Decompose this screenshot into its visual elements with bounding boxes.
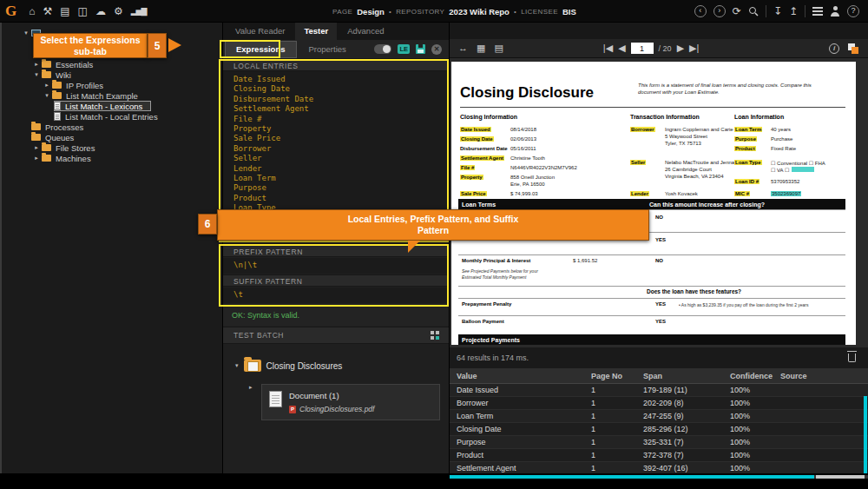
bank-icon[interactable]: ◫ (78, 6, 88, 17)
tab-expressions[interactable]: Expressions (225, 41, 297, 58)
main-tabs: Value Reader Tester Advanced (223, 23, 449, 40)
lexicon-entry[interactable]: Loan Term (233, 174, 449, 183)
tab-properties[interactable]: Properties (299, 42, 357, 57)
lexicon-entry[interactable]: Seller (233, 154, 449, 163)
horizontal-scrollbar[interactable] (450, 475, 868, 479)
close-icon[interactable]: ✕ (431, 44, 442, 55)
tree-item-essentials[interactable]: ▸ Essentials (0, 59, 222, 69)
chevron-right-icon[interactable]: ▸ (42, 82, 52, 89)
tab-advanced[interactable]: Advanced (339, 23, 392, 40)
last-page-icon[interactable]: ▶| (689, 43, 699, 53)
chevron-down-icon[interactable]: ▾ (235, 362, 239, 369)
result-row[interactable]: Product1 372-378 (7)100% (450, 449, 868, 462)
chevron-down-icon[interactable]: ▾ (42, 92, 52, 99)
chevron-down-icon[interactable]: ▾ (31, 71, 42, 78)
fit-width-icon[interactable]: ↔ (458, 43, 468, 53)
info-icon[interactable]: i (829, 43, 839, 54)
design-tools-icon[interactable]: ⚒ (43, 6, 52, 17)
lexicon-entry[interactable]: Borrower (233, 144, 449, 154)
help-icon[interactable]: ? (847, 5, 859, 17)
document-viewer[interactable]: Closing Disclosure This form is a statem… (450, 58, 868, 347)
document-page[interactable]: Closing Disclosure This form is a statem… (451, 62, 856, 345)
result-row[interactable]: Date Issued1 179-189 (11)100% (450, 384, 868, 397)
lexicon-entry[interactable]: Settlement Agent (233, 104, 449, 114)
tree-item-ip-profiles[interactable]: ▸ IP Profiles (0, 80, 222, 90)
batch-process-icon[interactable] (431, 331, 440, 340)
tab-tester[interactable]: Tester (295, 23, 337, 40)
field-value: 5370953352 (771, 179, 799, 184)
chevron-right-icon[interactable]: ▸ (31, 61, 42, 68)
result-row[interactable]: Purpose1 325-331 (7)100% (450, 436, 868, 449)
search-icon[interactable] (748, 6, 759, 17)
lexicon-entry[interactable]: Date Issued (233, 75, 449, 84)
tree-item-machines[interactable]: ▸ Machines (0, 153, 222, 163)
first-page-icon[interactable]: |◀ (603, 43, 613, 53)
chevron-right-icon[interactable]: ▸ (31, 155, 42, 162)
lexicon-entry[interactable]: Property (233, 124, 449, 134)
result-row[interactable]: Borrower1 202-209 (8)100% (450, 397, 868, 410)
batch-document-card[interactable]: Document (1) P ClosingDisclosures.pdf (261, 384, 440, 420)
batch-folder-row[interactable]: ▾ Closing Disclosures (223, 360, 449, 372)
closing-info-heading: Closing Information (460, 114, 517, 120)
home-icon[interactable]: ⌂ (29, 6, 35, 17)
library-icon[interactable]: ▤ (60, 6, 69, 17)
upload-icon[interactable]: ↥ (789, 6, 798, 17)
user-icon[interactable] (830, 6, 840, 17)
lexicon-entry[interactable]: Closing Date (233, 84, 449, 94)
col-span[interactable]: Span (636, 372, 723, 380)
vertical-scrollbar[interactable] (864, 396, 867, 473)
col-page-no[interactable]: Page No (584, 372, 636, 380)
imports-icon[interactable]: ☁ (95, 6, 106, 17)
tab-value-reader[interactable]: Value Reader (227, 23, 293, 40)
lexicon-entry[interactable]: Disbursement Date (233, 95, 449, 104)
col-source[interactable]: Source (773, 372, 868, 380)
tree-item-wiki[interactable]: ▾ Wiki (0, 69, 222, 80)
chevron-right-icon[interactable]: ▸ (31, 144, 42, 151)
toggle-switch-icon[interactable] (374, 44, 391, 54)
download-icon[interactable]: ↧ (773, 6, 782, 17)
result-row[interactable]: Settlement Agent1 392-407 (16)100% (450, 462, 868, 473)
pages-icon[interactable]: ▤ (494, 43, 503, 53)
tree-item-list-match-lexicons[interactable]: List Match - Lexicons (54, 101, 151, 111)
local-entries-badge-icon[interactable]: LE (398, 44, 410, 54)
lexicon-entry[interactable]: Purpose (233, 183, 449, 193)
table-line (458, 286, 845, 287)
chevron-right-icon[interactable]: ▸ (249, 384, 253, 391)
tree-item-processes[interactable]: Processes (0, 122, 222, 132)
tree-item-list-match-local-entries[interactable]: List Match - Local Entries (0, 111, 222, 122)
suffix-pattern-input[interactable]: \t (223, 287, 449, 303)
field-label: Date Issued (460, 127, 491, 132)
horizontal-scrollbar-thumb[interactable] (450, 475, 814, 479)
prev-page-icon[interactable]: ◀ (618, 43, 625, 53)
back-icon[interactable]: ‹ (694, 5, 707, 17)
stats-chart-icon[interactable]: ▂▅▇ (131, 6, 147, 17)
lexicon-entry[interactable]: Product (233, 194, 449, 203)
field-value: N6446VR4022V3N2M7V962 (510, 165, 577, 170)
thumbnails-icon[interactable]: ▦ (477, 43, 485, 53)
forward-icon[interactable]: › (713, 5, 726, 17)
tree-item-queues[interactable]: Queues (0, 132, 222, 142)
refresh-icon[interactable]: ⟳ (733, 6, 741, 17)
save-icon[interactable] (416, 44, 425, 54)
doc-title: Closing Disclosure (460, 84, 594, 102)
prefix-pattern-input[interactable]: \n|\t (223, 258, 449, 274)
lexicon-entry[interactable]: File # (233, 115, 449, 124)
lexicon-entry[interactable]: Lender (233, 164, 449, 174)
page-number-input[interactable] (631, 43, 654, 54)
next-page-icon[interactable]: ▶ (677, 43, 684, 53)
tree-scrollbar[interactable] (0, 23, 2, 473)
tree-item-file-stores[interactable]: ▸ File Stores (0, 142, 222, 153)
col-confidence[interactable]: Confidence (723, 372, 773, 380)
field-label: Property (460, 175, 483, 180)
chevron-down-icon[interactable]: ▾ (21, 30, 31, 36)
display-options-icon[interactable] (848, 43, 859, 54)
gear-icon[interactable]: ⚙ (114, 6, 123, 17)
pdf-attachment-row[interactable]: P ClosingDisclosures.pdf (289, 405, 374, 413)
tree-item-list-match-example[interactable]: ▾ List Match Example (0, 90, 222, 101)
result-row[interactable]: Closing Date1 285-296 (12)100% (450, 423, 868, 436)
repository-stack-icon[interactable] (812, 7, 823, 9)
trash-icon[interactable] (848, 354, 856, 362)
col-value[interactable]: Value (450, 372, 584, 380)
lexicon-entry[interactable]: Sale Price (233, 134, 449, 143)
result-row[interactable]: Loan Term1 247-255 (9)100% (450, 410, 868, 423)
